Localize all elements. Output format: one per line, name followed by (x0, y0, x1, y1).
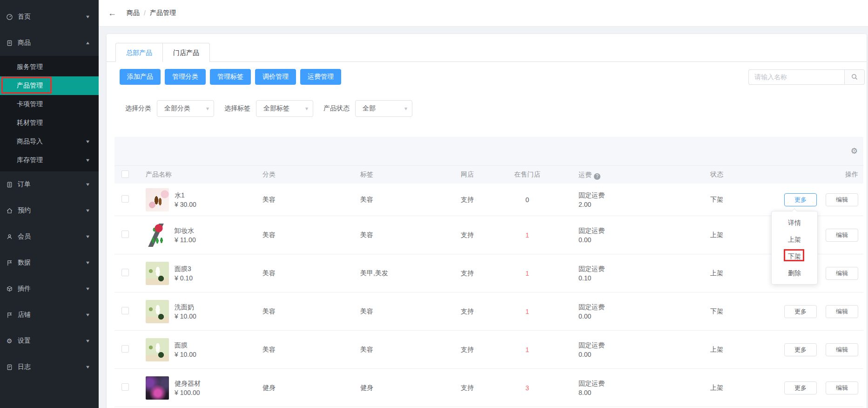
sidebar-item-orders[interactable]: 订单 ▼ (0, 171, 99, 197)
sidebar-subitem-stock-mgmt[interactable]: 库存管理▼ (0, 151, 99, 170)
product-price: ¥ 11.00 (175, 235, 196, 245)
tag-select[interactable]: 全部标签 ▾ (256, 100, 313, 117)
category-select-value: 全部分类 (164, 104, 190, 113)
sidebar-item-data[interactable]: 数据 ▼ (0, 250, 99, 276)
status-text: 上架 (680, 384, 754, 392)
breadcrumb-section[interactable]: 商品 (127, 9, 140, 17)
row-checkbox[interactable] (121, 269, 129, 276)
row-checkbox[interactable] (121, 195, 129, 203)
product-price: ¥ 0.10 (175, 273, 193, 283)
product-price: ¥ 10.00 (175, 312, 196, 321)
document-icon (6, 363, 13, 371)
more-button[interactable]: 更多 (784, 381, 817, 394)
chevron-down-icon: ▼ (85, 158, 91, 163)
more-button[interactable]: 更多 (784, 193, 817, 206)
col-header-category: 分类 (260, 170, 356, 179)
table-header: 产品名称 分类 标签 网店 在售门店 运费? 状态 操作 (114, 166, 863, 184)
product-name: 面膜 (175, 340, 196, 350)
sidebar-item-settings[interactable]: ⚙ 设置 ▼ (0, 328, 99, 354)
edit-button[interactable]: 编辑 (826, 267, 858, 280)
freight-cell: 固定运费2.00 (558, 190, 680, 209)
manage-tags-button[interactable]: 管理标签 (210, 69, 251, 85)
sidebar-item-home[interactable]: 首页 ▼ (0, 4, 99, 30)
sidebar-item-goods[interactable]: 商品 ▲ (0, 30, 99, 56)
freight-type: 固定运费 (579, 190, 680, 200)
table-row: 面膜3¥ 0.10 美容 美甲,美发 支持 1 固定运费0.10 上架 编辑 (114, 254, 863, 292)
online-support: 支持 (456, 231, 497, 239)
manage-category-button[interactable]: 管理分类 (165, 69, 206, 85)
freight-type: 固定运费 (579, 264, 680, 273)
sidebar-subitem-card-mgmt[interactable]: 卡项管理 (0, 95, 99, 114)
sidebar-item-store[interactable]: 店铺 ▼ (0, 302, 99, 328)
status-select[interactable]: 全部 ▾ (355, 100, 412, 117)
freight-manage-button[interactable]: 运费管理 (300, 69, 341, 85)
sidebar-item-logs[interactable]: 日志 ▼ (0, 354, 99, 380)
search-input[interactable] (748, 69, 844, 85)
freight-header-label: 运费 (579, 171, 592, 178)
chevron-down-icon: ▼ (85, 182, 91, 187)
product-category: 健身 (260, 384, 356, 392)
sidebar-subitem-goods-import[interactable]: 商品导入▼ (0, 132, 99, 151)
column-settings-gear-icon[interactable]: ⚙ (851, 147, 858, 155)
chevron-down-icon: ▾ (404, 105, 407, 112)
menu-item-delete[interactable]: 删除 (772, 265, 817, 281)
select-all-checkbox[interactable] (121, 170, 129, 178)
product-image (146, 300, 169, 323)
main-content: 总部产品 门店产品 添加产品 管理分类 管理标签 调价管理 运费管理 选择分类 … (99, 27, 868, 408)
edit-button[interactable]: 编辑 (826, 193, 858, 206)
content-card: 总部产品 门店产品 添加产品 管理分类 管理标签 调价管理 运费管理 选择分类 … (107, 34, 867, 408)
breadcrumb-bar: ← 商品 / 产品管理 (99, 0, 868, 27)
row-checkbox[interactable] (121, 383, 129, 391)
online-support: 支持 (456, 346, 497, 354)
more-button[interactable]: 更多 (784, 305, 817, 318)
menu-item-publish[interactable]: 上架 (772, 231, 817, 248)
sidebar-item-booking[interactable]: 预约 ▼ (0, 197, 99, 224)
product-image (146, 376, 169, 400)
goods-submenu: 服务管理 产品管理 卡项管理 耗材管理 商品导入▼ 库存管理▼ (0, 56, 99, 171)
sidebar-item-label: 店铺 (18, 311, 31, 319)
edit-button[interactable]: 编辑 (826, 305, 858, 318)
row-checkbox[interactable] (121, 345, 129, 353)
freight-type: 固定运费 (579, 379, 680, 388)
menu-item-detail[interactable]: 详情 (772, 214, 817, 231)
product-category: 美容 (260, 307, 356, 316)
person-icon (6, 233, 13, 240)
edit-button[interactable]: 编辑 (826, 343, 858, 356)
freight-amount: 0.00 (579, 235, 680, 245)
freight-type: 固定运费 (579, 340, 680, 350)
product-name: 面膜3 (175, 264, 193, 273)
freight-cell: 固定运费0.00 (558, 226, 680, 245)
add-product-button[interactable]: 添加产品 (120, 69, 161, 85)
product-image (146, 262, 169, 285)
product-tags: 美甲,美发 (356, 269, 456, 278)
product-tags: 美容 (356, 231, 456, 239)
tab-store-products[interactable]: 门店产品 (162, 43, 210, 62)
sidebar: 首页 ▼ 商品 ▲ 服务管理 产品管理 卡项管理 耗材管理 商品导入▼ 库存管理… (0, 0, 99, 408)
more-button[interactable]: 更多 (784, 343, 817, 356)
sidebar-subitem-service-mgmt[interactable]: 服务管理 (0, 58, 99, 76)
back-arrow-icon[interactable]: ← (108, 8, 116, 18)
category-select[interactable]: 全部分类 ▾ (157, 100, 214, 117)
product-image (146, 338, 169, 361)
chevron-down-icon: ▼ (85, 14, 91, 19)
search-button[interactable] (844, 69, 865, 85)
product-price: ¥ 30.00 (175, 200, 196, 209)
sidebar-subitem-product-mgmt[interactable]: 产品管理 (0, 76, 99, 95)
price-adjust-button[interactable]: 调价管理 (255, 69, 296, 85)
sidebar-item-plugins[interactable]: 插件 ▼ (0, 276, 99, 302)
sidebar-item-label: 商品 (18, 39, 31, 47)
edit-button[interactable]: 编辑 (826, 229, 858, 242)
sidebar-subitem-material-mgmt[interactable]: 耗材管理 (0, 114, 99, 132)
row-checkbox[interactable] (121, 231, 129, 238)
freight-help-icon[interactable]: ? (594, 173, 600, 180)
stores-count: 1 (497, 270, 558, 277)
gear-icon: ⚙ (6, 337, 13, 345)
sidebar-item-label: 插件 (18, 285, 31, 293)
row-checkbox[interactable] (121, 307, 129, 314)
menu-item-unpublish[interactable]: 下架 (772, 248, 817, 265)
table-row: 洗面奶¥ 10.00 美容 美容 支持 1 固定运费0.00 下架 更多 编辑 (114, 292, 863, 331)
product-category: 美容 (260, 346, 356, 354)
edit-button[interactable]: 编辑 (826, 381, 858, 394)
tab-hq-products[interactable]: 总部产品 (115, 43, 163, 62)
sidebar-item-members[interactable]: 会员 ▼ (0, 224, 99, 250)
